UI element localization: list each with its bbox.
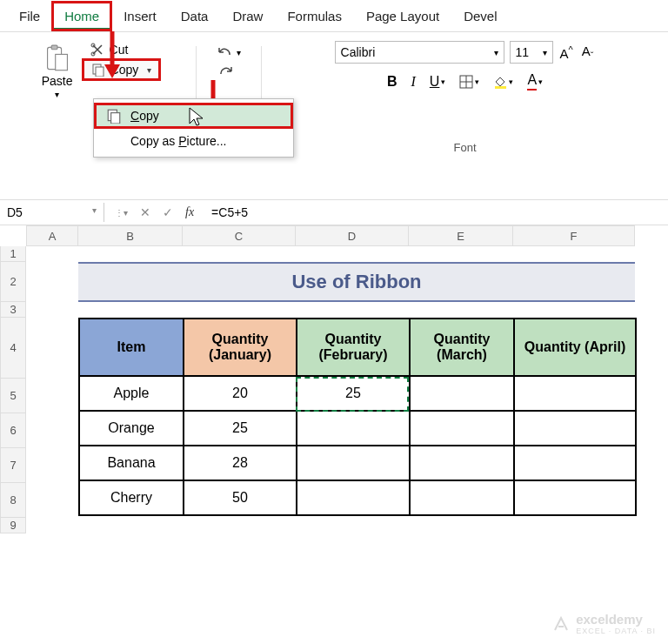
row-header[interactable]: 4 — [0, 318, 26, 379]
header-february: Quantity (February) — [297, 319, 410, 376]
row-header[interactable]: 3 — [0, 302, 26, 318]
bold-button[interactable]: B — [387, 74, 397, 90]
borders-button[interactable]: ▾ — [459, 75, 479, 89]
column-header[interactable]: A — [26, 225, 78, 246]
svg-marker-12 — [104, 64, 120, 78]
row-header[interactable]: 7 — [0, 448, 26, 483]
chevron-down-icon: ▾ — [55, 90, 59, 99]
tab-draw[interactable]: Draw — [220, 3, 275, 29]
fill-color-button[interactable]: ▾ — [493, 75, 513, 89]
tab-data[interactable]: Data — [169, 3, 221, 29]
header-april: Quantity (April) — [514, 319, 636, 376]
formula-bar: D5▾ ⋮▾ ✕ ✓ fx =C5+5 — [0, 199, 668, 225]
underline-button[interactable]: U▾ — [430, 74, 446, 90]
name-box[interactable]: D5▾ — [0, 203, 104, 222]
group-font: Calibri▾ 11▾ A^ Aˇ B I U▾ ▾ ▾ A▾ Font — [262, 41, 668, 158]
ribbon-tabs: File Home Insert Data Draw Formulas Page… — [0, 0, 668, 31]
column-header[interactable]: B — [78, 225, 183, 246]
annotation-arrow — [101, 31, 124, 78]
svg-rect-2 — [55, 54, 67, 70]
confirm-edit-button[interactable]: ✓ — [163, 205, 173, 219]
undo-icon — [217, 46, 235, 58]
row-header[interactable]: 8 — [0, 483, 26, 518]
borders-icon — [459, 75, 473, 89]
cell-edit-dropdown[interactable]: ⋮▾ — [115, 208, 128, 218]
mouse-cursor-icon — [188, 106, 205, 129]
table-row[interactable]: Orange25 — [79, 411, 636, 446]
data-table: Item Quantity (January) Quantity (Februa… — [78, 318, 637, 516]
header-january: Quantity (January) — [184, 319, 297, 376]
redo-button[interactable] — [217, 65, 241, 77]
svg-rect-16 — [111, 113, 120, 124]
paint-bucket-icon — [493, 75, 507, 89]
row-header[interactable]: 1 — [0, 246, 26, 262]
redo-icon — [217, 65, 235, 77]
row-header[interactable]: 6 — [0, 413, 26, 448]
chevron-down-icon[interactable]: ▾ — [147, 65, 151, 75]
table-row[interactable]: Banana28 — [79, 446, 636, 480]
undo-button[interactable]: ▾ — [217, 46, 241, 58]
tab-home[interactable]: Home — [52, 2, 111, 30]
row-header[interactable]: 2 — [0, 262, 26, 302]
table-row[interactable]: Apple2025 — [79, 376, 636, 411]
font-name-select[interactable]: Calibri▾ — [335, 41, 504, 64]
increase-font-button[interactable]: A^ — [558, 44, 575, 61]
tab-developer[interactable]: Devel — [451, 3, 509, 29]
row-header[interactable]: 9 — [0, 518, 26, 533]
logo-icon — [551, 614, 571, 634]
tab-page-layout[interactable]: Page Layout — [354, 3, 451, 29]
worksheet-grid[interactable]: ABCDEF 123456789 Use of Ribbon Item Quan… — [0, 225, 668, 533]
group-label-font: Font — [262, 141, 668, 154]
formula-input[interactable]: =C5+5 — [204, 205, 248, 219]
copy-icon — [106, 108, 122, 124]
menu-copy-as-picture[interactable]: Copy as Picture... — [94, 129, 293, 153]
cancel-edit-button[interactable]: ✕ — [140, 205, 150, 219]
watermark: exceldemy EXCEL · DATA · BI — [551, 612, 656, 635]
tab-formulas[interactable]: Formulas — [275, 3, 354, 29]
svg-rect-1 — [51, 45, 57, 50]
font-color-button[interactable]: A▾ — [527, 72, 543, 91]
column-header[interactable]: D — [296, 225, 409, 246]
paste-label: Paste — [42, 74, 73, 88]
paste-clipboard-icon — [45, 44, 70, 72]
font-size-select[interactable]: 11▾ — [510, 41, 553, 64]
sheet-title: Use of Ribbon — [78, 262, 635, 302]
column-header[interactable]: F — [513, 225, 635, 246]
tab-file[interactable]: File — [7, 3, 52, 29]
row-header[interactable]: 5 — [0, 379, 26, 413]
header-item: Item — [79, 319, 184, 376]
table-row[interactable]: Cherry50 — [79, 480, 636, 515]
italic-button[interactable]: I — [411, 74, 416, 90]
header-march: Quantity (March) — [410, 319, 514, 376]
svg-rect-10 — [495, 86, 506, 89]
paste-button[interactable]: Paste ▾ — [37, 41, 78, 103]
insert-function-button[interactable]: fx — [185, 205, 194, 219]
tab-insert[interactable]: Insert — [111, 3, 169, 29]
decrease-font-button[interactable]: Aˇ — [580, 44, 596, 61]
column-header[interactable]: E — [409, 225, 513, 246]
column-header[interactable]: C — [183, 225, 296, 246]
